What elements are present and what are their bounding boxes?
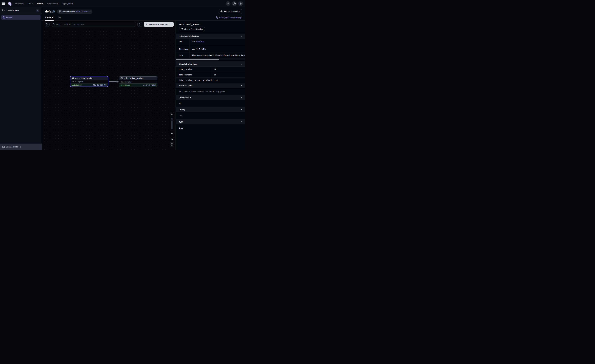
section-title: Code Version (179, 96, 191, 98)
reload-icon[interactable] (19, 146, 21, 148)
asset-details-panel: versioned_number View in Asset Catalog L… (176, 21, 245, 150)
search-icon (227, 2, 229, 5)
nav-item-overview[interactable]: Overview (15, 2, 24, 5)
sidebar-repo-row[interactable]: 250321-dvers 1 (0, 7, 42, 14)
chevron-down-icon: ▼ (241, 109, 242, 111)
folder-icon (2, 146, 5, 148)
asset-node-versioned-number[interactable]: versioned_number No description Material… (70, 76, 108, 87)
section-latest-materialization[interactable]: Latest materialization ▼ (176, 34, 245, 39)
asset-group-badge: Asset Group in 250321-dvers (57, 9, 92, 14)
materialize-selected-split-button: Materialize selected ▾ (144, 22, 174, 27)
panel-horizontal-scrollbar[interactable] (176, 59, 245, 60)
materialized-status-badge: Materialized (72, 84, 81, 86)
asset-node-description: No description (70, 80, 108, 83)
page-header: default Asset Group in 250321-dvers Relo… (42, 7, 245, 14)
search-button[interactable] (226, 1, 230, 6)
materialize-selected-label: Materialize selected (149, 23, 168, 26)
graph-dot-grid (42, 29, 176, 150)
path-link[interactable]: /Users/smackesey/stm/code/elementl/exper… (192, 54, 245, 56)
tag-key: code_version (176, 67, 211, 72)
sparkles-icon (146, 23, 148, 26)
table-icon (120, 77, 123, 79)
reload-definitions-icon (220, 10, 223, 13)
zoom-out-button[interactable] (170, 131, 174, 135)
help-icon: ? (233, 2, 236, 5)
hamburger-menu-icon[interactable] (2, 2, 5, 5)
run-prefix: Run (192, 41, 195, 43)
section-metadata-plots[interactable]: Metadata plots ▼ (176, 83, 245, 88)
materialized-status-badge: Materialized (120, 84, 130, 86)
scrollbar-thumb[interactable] (176, 59, 219, 60)
asset-node-multiplied-number[interactable]: multiplied_number No description Materia… (119, 76, 157, 87)
code-version-value: v5 (176, 100, 245, 107)
gear-icon: ⚙ (171, 138, 173, 140)
tag-key: data_version_is_user_provided (176, 78, 211, 83)
tag-row: data_version 20 (176, 72, 245, 78)
zoom-out-icon (171, 132, 173, 134)
nav-item-deployment[interactable]: Deployment (61, 2, 73, 5)
view-in-asset-catalog-button[interactable]: View in Asset Catalog (179, 27, 205, 31)
nav-item-assets[interactable]: Assets (36, 2, 43, 5)
top-navigation-bar: Overview Runs Assets Automation Deployme… (0, 0, 245, 7)
sync-icon[interactable] (89, 11, 91, 13)
timestamp-row-value: Mar 21, 5:29 PM (190, 46, 245, 52)
asset-node-status-row: Materialized Mar 21, 5:29 PM (70, 83, 108, 87)
section-title: Metadata plots (179, 84, 193, 87)
graph-toolbar: Materialize selected ▾ (45, 22, 174, 27)
section-title: Config (179, 109, 185, 111)
asset-node-status-row: Materialized Mar 21, 5:25 PM (119, 84, 157, 87)
section-config[interactable]: Config ▼ (176, 107, 245, 112)
lineage-graph-canvas[interactable]: Materialize selected ▾ versioned_number (42, 21, 176, 150)
materialization-time: Mar 21, 5:25 PM (142, 84, 156, 86)
download-graph-button[interactable] (170, 142, 174, 147)
tag-key: data_version (176, 72, 211, 77)
asset-sidebar: 250321-dvers 1 default 250321-dvers (0, 7, 42, 150)
asset-group-icon (3, 16, 5, 19)
search-icon (53, 23, 55, 25)
badge-prefix: Asset Group in (62, 10, 75, 13)
section-title: Latest materialization (179, 35, 199, 37)
materialize-dropdown-caret[interactable]: ▾ (170, 22, 174, 27)
repo-asset-count-badge: 1 (36, 9, 39, 12)
expand-sidebar-button[interactable] (45, 22, 50, 27)
chevron-down-icon: ▼ (241, 97, 242, 98)
view-global-asset-lineage-label: View global asset lineage (219, 16, 242, 19)
section-code-version[interactable]: Code Version ▼ (176, 95, 245, 100)
chevron-down-icon: ▼ (241, 85, 242, 86)
graph-settings-button[interactable]: ⚙ (170, 137, 174, 141)
zoom-controls (170, 112, 174, 135)
sidebar-footer[interactable]: 250321-dvers (0, 144, 42, 150)
tab-lineage[interactable]: Lineage (45, 14, 54, 21)
badge-repo-link[interactable]: 250321-dvers (76, 10, 88, 13)
zoom-in-button[interactable] (170, 112, 174, 116)
chevron-down-icon: ▼ (241, 35, 242, 37)
tag-row: data_version_is_user_provided true (176, 78, 245, 83)
type-value: Any (176, 124, 245, 132)
help-button[interactable]: ? (232, 1, 237, 6)
sidebar-item-default-group[interactable]: default (1, 15, 41, 20)
tab-list[interactable]: List (58, 14, 62, 21)
metadata-plots-empty-message: No numeric metadata entries available to… (176, 88, 245, 95)
zoom-in-icon (171, 113, 173, 115)
selected-asset-title: versioned_number (176, 21, 245, 27)
nav-item-automation[interactable]: Automation (47, 2, 58, 5)
materialization-time: Mar 21, 5:29 PM (93, 84, 106, 86)
section-materialization-tags[interactable]: Materialization tags ▼ (176, 62, 245, 67)
run-id-link[interactable]: c9a40434 (196, 41, 204, 43)
download-icon (171, 143, 173, 146)
dagster-logo-icon[interactable] (8, 1, 12, 6)
settings-button[interactable]: ⚙ (238, 1, 243, 6)
view-global-asset-lineage-link[interactable]: View global asset lineage (216, 16, 242, 19)
section-title: Materialization tags (179, 63, 197, 65)
zoom-slider[interactable] (170, 116, 174, 131)
refresh-graph-button[interactable] (137, 22, 142, 27)
section-title: Type (179, 121, 183, 123)
section-type[interactable]: Type ▼ (176, 119, 245, 124)
reload-definitions-label: Reload definitions (224, 10, 240, 13)
search-input[interactable] (51, 22, 136, 27)
config-value: Any (176, 112, 245, 119)
materialize-selected-button[interactable]: Materialize selected (144, 22, 170, 27)
nav-item-runs[interactable]: Runs (28, 2, 33, 5)
reload-definitions-button[interactable]: Reload definitions (218, 9, 242, 14)
zoom-slider-thumb[interactable] (171, 119, 173, 121)
